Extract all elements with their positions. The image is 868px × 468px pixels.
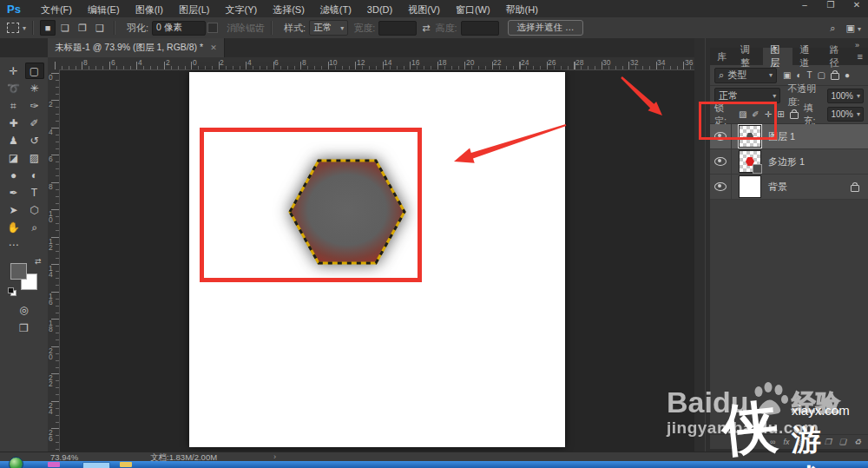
filter-type-select[interactable]: ⌕ 类型 ▾ [714, 68, 777, 83]
tool-path-select[interactable]: ➤ [4, 201, 23, 218]
start-button[interactable] [9, 457, 23, 468]
tool-blur[interactable]: ● [4, 167, 23, 183]
tool-more[interactable]: ⋯ [4, 236, 23, 253]
tool-dodge[interactable]: ◐ [25, 167, 44, 183]
antialias-label: 消除锯齿 [227, 22, 265, 35]
filter-shape-icon[interactable]: ▢ [818, 70, 825, 80]
menu-item-滤镜(T)[interactable]: 滤镜(T) [312, 4, 359, 15]
tool-lasso[interactable]: ➰ [4, 80, 23, 96]
menu-item-视图(V)[interactable]: 视图(V) [400, 4, 448, 15]
new-layer-icon[interactable]: ❏ [839, 438, 846, 446]
document-tab[interactable]: 未标题-1 @ 73.9% (图层 1, RGB/8) * ✕ [48, 38, 225, 57]
filter-type-icon[interactable]: T [807, 70, 812, 80]
eye-icon[interactable] [714, 182, 727, 191]
tool-brush[interactable]: ✐ [25, 115, 44, 131]
filter-image-icon[interactable]: ▣ [783, 70, 791, 80]
tool-hand[interactable]: ✋ [4, 219, 23, 235]
menu-item-帮助(H)[interactable]: 帮助(H) [498, 4, 546, 15]
tool-crop[interactable]: ⌗ [4, 97, 23, 114]
tool-history-brush[interactable]: ↺ [25, 132, 44, 148]
delete-layer-icon[interactable]: ♻ [854, 438, 861, 446]
feather-input[interactable]: 0 像素 [152, 21, 206, 36]
visibility-cell[interactable] [710, 149, 732, 174]
tool-shape[interactable]: ⬡ [25, 201, 44, 218]
minimize-button[interactable]: – [799, 0, 811, 10]
menu-item-窗口(W)[interactable]: 窗口(W) [448, 4, 498, 15]
add-selection-button[interactable]: ❏ [57, 20, 73, 36]
tool-eraser[interactable]: ◪ [4, 149, 23, 166]
panel-menu-icon[interactable]: ≡ [852, 48, 868, 65]
tool-type[interactable]: T [25, 184, 44, 201]
workspace-switcher[interactable]: ▣ ▾ [846, 23, 861, 34]
intersect-selection-button[interactable]: ❑ [92, 20, 108, 36]
menu-item-图像(I)[interactable]: 图像(I) [128, 4, 171, 15]
tool-marquee[interactable]: ▢ [25, 63, 44, 79]
ruler-label: 8 [49, 184, 55, 190]
tool-clone-stamp[interactable]: ♟ [4, 132, 23, 148]
layer-row-背景[interactable]: 背景 [710, 175, 868, 200]
status-chevron-icon[interactable]: › [273, 452, 276, 461]
chevron-down-icon: ▾ [23, 24, 26, 32]
eye-icon[interactable] [714, 157, 727, 166]
filter-adjustment-icon[interactable]: ◐ [796, 70, 801, 80]
tool-gradient[interactable]: ▨ [25, 149, 44, 166]
restore-button[interactable]: ❐ [825, 0, 837, 10]
select-and-mask-button[interactable]: 选择并遮住 … [508, 20, 584, 36]
style-select[interactable]: 正常 ▾ [309, 20, 348, 36]
filter-smart-object-icon[interactable] [831, 73, 839, 80]
filter-toggle-icon[interactable]: ● [845, 70, 850, 80]
menu-item-文字(Y)[interactable]: 文字(Y) [217, 4, 265, 15]
taskbar-app-icon[interactable] [82, 462, 110, 468]
panel-tab-路径[interactable]: 路径 [822, 48, 852, 65]
tool-quick-select[interactable]: ✳ [25, 80, 44, 96]
quick-mask-button[interactable]: ◎ [19, 301, 28, 318]
ruler-label: 4 [138, 58, 142, 67]
taskbar-app-icon[interactable] [120, 462, 132, 467]
chevron-down-icon: ▾ [340, 24, 344, 32]
tool-eyedropper[interactable]: ✑ [25, 97, 44, 114]
layer-style-icon[interactable]: fx [783, 438, 789, 446]
panel-tab-调整[interactable]: 调整 [733, 48, 763, 65]
xiayx-url: xiayx.com [792, 403, 850, 418]
layer-row-多边形 1[interactable]: 多边形 1 [710, 149, 868, 175]
tool-preset-picker[interactable]: ▾ [7, 23, 26, 33]
visibility-cell[interactable] [710, 175, 732, 199]
taskbar-app-icon[interactable] [48, 462, 60, 467]
screen-mode-button[interactable]: ❐ [19, 320, 29, 336]
layer-lock-icon[interactable] [851, 185, 859, 192]
new-group-icon[interactable]: ❒ [825, 438, 832, 446]
close-tab-icon[interactable]: ✕ [210, 43, 217, 52]
menu-item-文件(F)[interactable]: 文件(F) [33, 4, 80, 15]
menu-item-编辑(E)[interactable]: 编辑(E) [80, 4, 128, 15]
tool-zoom[interactable]: ⌕ [25, 219, 44, 235]
opacity-select[interactable]: 100% ▾ [827, 89, 864, 103]
menu-item-图层(L)[interactable]: 图层(L) [171, 4, 217, 15]
swap-dimensions-icon[interactable]: ⇄ [422, 23, 430, 34]
lock-all-icon[interactable] [790, 112, 799, 119]
menu-item-3D(D)[interactable]: 3D(D) [359, 4, 400, 15]
foreground-color-swatch[interactable] [10, 263, 27, 280]
tool-move[interactable]: ✛ [4, 63, 23, 79]
layer-thumbnail[interactable] [739, 150, 761, 173]
separator [114, 21, 115, 35]
search-icon[interactable]: ⌕ [830, 23, 835, 34]
layer-thumbnail[interactable] [739, 175, 761, 198]
fill-select[interactable]: 100% ▾ [827, 107, 864, 122]
ruler-label: 10 [329, 58, 337, 67]
tool-pen[interactable]: ✒ [4, 184, 23, 201]
subtract-selection-button[interactable]: ❐ [75, 20, 90, 36]
width-input[interactable] [378, 21, 417, 36]
close-button[interactable]: ✕ [851, 0, 863, 10]
antialias-checkbox[interactable] [207, 23, 218, 33]
height-input[interactable] [461, 21, 499, 36]
panel-tab-通道[interactable]: 通道 [792, 48, 822, 65]
menu-item-选择(S)[interactable]: 选择(S) [265, 4, 312, 15]
panel-tab-库[interactable]: 库 [710, 48, 733, 65]
default-colors-icon[interactable] [8, 287, 15, 294]
panel-tabs: 库调整图层通道路径≡ [710, 48, 868, 65]
new-selection-button[interactable]: ■ [40, 20, 56, 36]
lock-artboard-icon[interactable]: ⊞ [777, 109, 784, 119]
tool-healing-brush[interactable]: ✚ [4, 115, 23, 131]
panel-tab-图层[interactable]: 图层 [763, 48, 792, 65]
swap-colors-icon[interactable]: ⇄ [35, 257, 42, 266]
